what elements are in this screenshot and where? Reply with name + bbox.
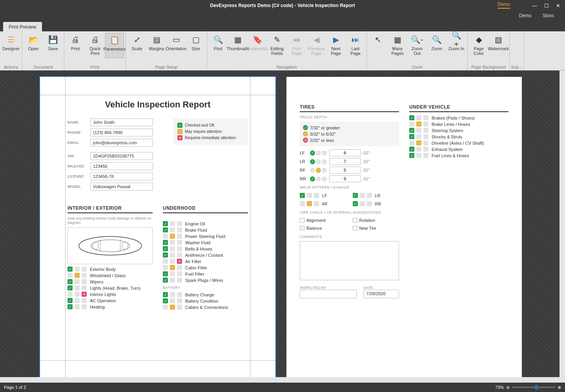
check-row: ✓Heating [67,304,153,309]
checkbox-Rotation[interactable] [353,218,357,223]
ribbon-zoomin[interactable]: 🔍+Zoom In [447,33,466,57]
grey-badge-icon [177,298,182,303]
field-6[interactable]: Volkswagen Passat [90,183,153,191]
field-1[interactable]: (123) 456-7890 [90,129,153,136]
close-icon[interactable]: ✕ [556,3,560,9]
last-icon: ⏭ [350,34,361,45]
check-row: ✓Wipers [67,279,153,284]
field-0[interactable]: John Smith [90,118,153,126]
field-4[interactable]: 123456 [90,162,153,170]
section-under-vehicle: UNDER VEHICLE [409,104,508,110]
ribbon-zoomout[interactable]: 🔍-Zoom Out [408,33,426,57]
mode-bar: Demo Skins [0,11,565,20]
grey-badge-icon [177,246,182,251]
ribbon-pagecolor[interactable]: ◆Page Color [469,33,488,57]
ribbon-last[interactable]: ⏭Last Page [346,33,365,57]
check-row: ✓RR [353,201,399,206]
date-input[interactable]: 7/28/2020 [364,290,399,298]
minimize-icon[interactable]: — [532,3,537,9]
ribbon-next[interactable]: ▶Next Page [326,33,345,57]
scrollbar-vertical[interactable] [560,71,565,383]
yellow-badge-icon: ! [177,129,182,134]
field-2[interactable]: john@devexpress.com [90,139,153,147]
ribbon-watermark[interactable]: ▨Watermark [489,33,508,57]
grey-badge-icon [170,298,175,303]
green-badge-icon: ✓ [67,304,73,309]
checkbox-New Tire[interactable] [353,226,357,230]
mode-demo[interactable]: Demo [519,13,532,18]
ribbon-save[interactable]: 💾Save [44,33,62,57]
section-underhood: UNDERHOOD [163,205,248,211]
ribbon-print[interactable]: 🖨Print [66,33,85,57]
green-badge-icon: ✓ [67,267,73,272]
grey-badge-icon [82,273,87,278]
tabbar: Print Preview [0,20,565,31]
page-2[interactable]: TIRES TREAD DEPTH ✓7/32" or greater!3/32… [286,77,522,379]
inspected-by-input[interactable] [300,290,357,298]
grey-badge-icon [423,153,428,158]
prev-icon: ◀ [311,34,321,45]
grey-badge-icon [177,252,182,258]
zoom-value: 73% [495,385,504,390]
ribbon-scale[interactable]: ⤢Scale [128,33,146,57]
ribbon-pointer[interactable]: ↖ [368,33,387,57]
grey-badge-icon [170,221,175,226]
page-1[interactable]: Vehicle Inspection Report ✓Checked and O… [40,77,275,379]
grey-badge-icon [360,201,365,206]
grey-badge-icon [423,128,428,133]
ribbon-designer[interactable]: ☰Designer [2,33,20,57]
ribbon-thumbnails[interactable]: ▦Thumbnails [228,33,247,57]
green-badge-icon: ✓ [163,240,168,245]
check-row: ✓Steering System [409,128,508,133]
grey-badge-icon [82,279,87,284]
preview-canvas[interactable]: Vehicle Inspection Report ✓Checked and O… [0,71,565,383]
field-5[interactable]: 123456-78 [90,172,153,180]
check-row: !Cabin Filter [163,265,248,270]
check-row: ✓Fuel Lines & Hoses [409,153,508,158]
yellow-badge-icon: ! [75,273,80,278]
grey-badge-icon [360,193,365,198]
ribbon-size[interactable]: ▢Size [186,33,205,57]
ribbon-parameters[interactable]: 📋Parameters [105,33,124,58]
svg-rect-5 [122,243,128,249]
tread-RR[interactable] [329,175,361,182]
grey-badge-icon [322,168,327,173]
zoom-out-button[interactable]: ⊖ [506,385,510,390]
green-badge-icon: ✓ [353,193,358,198]
ribbon-orientation[interactable]: ▭Orientation [167,33,186,57]
zoom-in-button[interactable]: ⊕ [558,385,561,390]
check-row: ✓Washer Fluid [163,240,248,245]
tread-RF[interactable] [329,167,361,174]
mode-skins[interactable]: Skins [543,13,554,18]
zoom-slider[interactable] [512,387,555,388]
tread-LF[interactable] [329,149,361,156]
grey-badge-icon [170,252,175,258]
checkbox-Alignment[interactable] [300,218,304,223]
ribbon-margins[interactable]: ▤Margins [147,33,166,57]
ribbon-editfields[interactable]: ✎Editing Fields [268,33,286,57]
check-row: !RF [300,201,346,206]
ribbon-quickprint[interactable]: 🖨Quick Print [86,33,104,57]
section-tires: TIRES [300,104,399,110]
checkbox-Balance[interactable]: ✓ [300,226,304,230]
ribbon-zoom[interactable]: 🔍Zoom [427,33,446,57]
green-badge-icon: ✓ [163,298,168,303]
field-3[interactable]: 1D4GP25B03108775 [90,152,153,160]
yellow-badge-icon: ! [416,140,421,145]
ribbon-open[interactable]: 📂Open [24,33,43,57]
ribbon-find[interactable]: 🔍Find [209,33,228,57]
tab-print-preview[interactable]: Print Preview [3,22,42,31]
scrollbar-horizontal[interactable] [0,377,565,383]
grey-badge-icon [82,304,87,309]
maximize-icon[interactable]: ☐ [544,3,549,9]
grey-badge-icon [300,201,305,206]
open-icon: 📂 [28,34,38,45]
check-row: ✓Brakes (Pads / Shoes) [409,115,508,120]
tread-LR[interactable] [329,158,361,165]
grey-badge-icon [367,193,372,198]
check-row: ✓Exterior Body [67,267,153,272]
check-row: ✓Lights (Head, Brake, Turn) [67,285,153,290]
ribbon-manypages[interactable]: ▦Many Pages [388,33,407,57]
quickprint-icon: 🖨 [90,34,100,45]
comments-box[interactable] [300,241,399,280]
